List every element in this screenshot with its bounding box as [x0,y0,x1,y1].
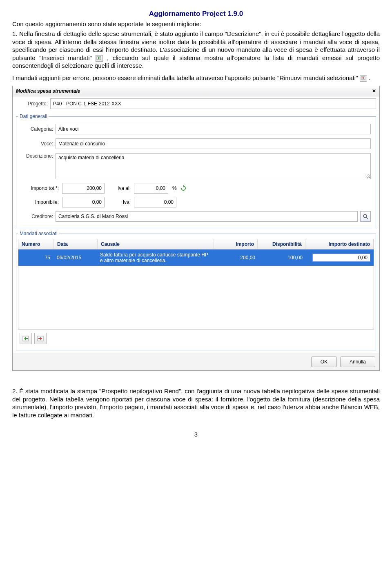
iva-al-label: Iva al: [108,185,131,191]
creditore-search-button[interactable] [360,211,371,222]
remove-mandati-icon [37,336,44,341]
insert-mandati-icon [22,336,29,341]
progetto-field[interactable]: P40 - PON C-1-FSE-2012-XXX [50,98,376,109]
modifica-spesa-dialog: Modifica spesa strumentale ✕ Progetto: P… [12,86,380,371]
dialog-title-text: Modifica spesa strumentale [16,88,80,94]
cell-causale: Saldo fattura per acquisto cartucce stam… [97,250,215,266]
imponibile-field[interactable]: 0,00 [62,197,105,207]
importo-tot-field[interactable]: 200,00 [62,183,105,194]
table-header: Numero Data Causale Importo Disponibilit… [18,239,374,250]
page-title: Aggiornamento Project 1.9.0 [12,10,380,18]
remove-mandati-icon [360,75,367,82]
cell-importo: 200,00 [215,252,258,263]
dialog-titlebar: Modifica spesa strumentale ✕ [13,86,379,96]
col-disponibilita[interactable]: Disponibilità [258,239,305,249]
cell-numero: 75 [18,252,53,263]
table-row[interactable]: 75 06/02/2015 Saldo fattura per acquisto… [18,250,374,266]
iva-label: Iva: [108,199,131,205]
paragraph-1: 1. Nella finestra di dettaglio delle spe… [12,30,380,70]
ok-button[interactable]: OK [311,356,337,367]
creditore-field[interactable]: Cartoleria S.G.S. di Mario Rossi [56,211,358,222]
paragraph-2a: I mandati aggiunti per errore, possono e… [12,74,358,81]
descrizione-field[interactable]: acquisto materia di cancelleria [56,153,371,179]
cell-disponibilita: 100,00 [258,252,306,263]
paragraph-2b: . [369,74,370,81]
svg-point-2 [363,214,367,218]
mandati-table: Numero Data Causale Importo Disponibilit… [18,239,374,330]
mandati-associati-legend: Mandati associati [18,231,59,236]
col-data[interactable]: Data [54,239,98,249]
col-causale[interactable]: Causale [98,239,214,249]
dialog-footer: OK Annulla [13,353,379,370]
iva-al-field[interactable]: 0,00 [134,183,168,194]
paragraph-3: 2. È stata modificata la stampa "Prospet… [12,387,380,419]
descrizione-label: Descrizione: [21,153,53,159]
resize-handle-icon[interactable] [365,174,370,178]
annulla-button[interactable]: Annulla [340,356,375,367]
imponibile-label: Imponibile: [21,199,59,205]
iva-field[interactable]: 0,00 [134,197,176,207]
insert-mandati-icon [96,55,103,62]
voce-label: Voce: [21,141,53,147]
col-numero[interactable]: Numero [18,239,54,249]
progetto-row: Progetto: P40 - PON C-1-FSE-2012-XXX [13,96,379,111]
creditore-label: Creditore: [21,214,53,219]
col-importo[interactable]: Importo [214,239,258,249]
dati-generali-fieldset: Dati generali Categoria: Altre voci Voce… [16,114,376,228]
col-importo-destinato[interactable]: Importo destinato [305,239,374,249]
importo-destinato-input[interactable] [312,254,370,262]
rimuovi-mandati-button[interactable] [34,333,47,344]
cell-importo-destinato [306,251,374,264]
voce-field[interactable]: Materiale di consumo [56,138,371,149]
inserisci-mandati-button[interactable] [20,333,32,344]
cell-data: 06/02/2015 [53,252,97,263]
magnifier-icon [363,214,368,219]
intro-text: Con questo aggiornamento sono state appo… [12,20,380,27]
importo-tot-label: Importo tot.*: [21,185,59,191]
mandati-associati-fieldset: Mandati associati Numero Data Causale Im… [16,231,376,350]
percent-symbol: % [172,185,177,191]
table-toolbar [18,330,374,346]
descrizione-value: acquisto materia di cancelleria [58,155,124,160]
paragraph-2: I mandati aggiunti per errore, possono e… [12,74,380,82]
refresh-icon[interactable] [180,185,187,192]
close-icon[interactable]: ✕ [372,88,376,94]
dati-generali-legend: Dati generali [18,114,49,119]
categoria-field[interactable]: Altre voci [56,124,371,134]
progetto-label: Progetto: [16,101,48,107]
svg-line-3 [366,217,368,219]
page-number: 3 [12,431,380,438]
categoria-label: Categoria: [21,126,53,132]
